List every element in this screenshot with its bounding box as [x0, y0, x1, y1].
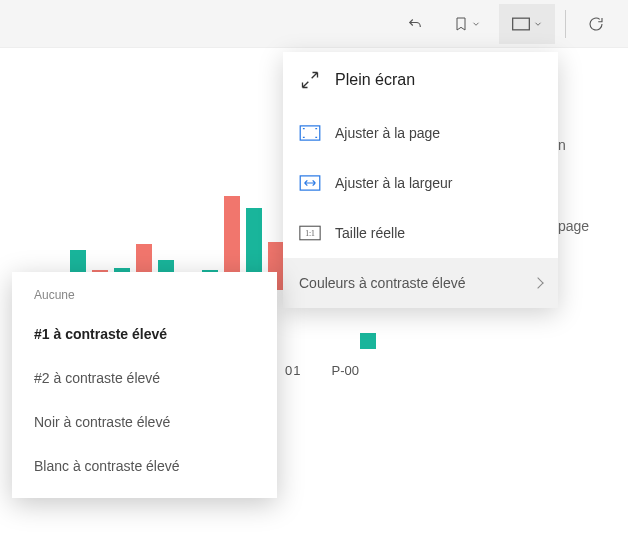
menu-item-fullscreen[interactable]: Plein écran — [283, 52, 558, 108]
right-sidebar-fragment: n page — [558, 130, 628, 242]
contrast-option-2[interactable]: #2 à contraste élevé — [12, 356, 277, 400]
svg-text:1:1: 1:1 — [305, 229, 315, 238]
chevron-right-icon — [532, 277, 543, 288]
back-button[interactable] — [395, 4, 435, 44]
fit-width-icon — [299, 172, 321, 194]
contrast-option-label: #2 à contraste élevé — [34, 370, 160, 386]
toolbar-divider — [565, 10, 566, 38]
contrast-option-white[interactable]: Blanc à contraste élevé — [12, 444, 277, 488]
view-mode-menu: Plein écran Ajuster à la page Ajuster à … — [283, 52, 558, 308]
fullscreen-icon — [299, 69, 321, 91]
legend-swatch — [360, 333, 376, 349]
menu-item-fit-width[interactable]: Ajuster à la largeur — [283, 158, 558, 208]
refresh-icon — [587, 15, 605, 33]
contrast-option-label: Noir à contraste élevé — [34, 414, 170, 430]
menu-item-label: Plein écran — [335, 71, 415, 89]
view-mode-button[interactable] — [499, 4, 555, 44]
chevron-down-icon — [471, 19, 481, 29]
contrast-option-1[interactable]: #1 à contraste élevé — [12, 312, 277, 356]
chart-x-label: 01 — [285, 363, 301, 378]
menu-item-label: Ajuster à la page — [335, 125, 440, 141]
view-mode-icon — [511, 16, 531, 32]
contrast-option-label: #1 à contraste élevé — [34, 326, 167, 342]
fit-page-icon — [299, 122, 321, 144]
chevron-down-icon — [533, 19, 543, 29]
menu-item-fit-page[interactable]: Ajuster à la page — [283, 108, 558, 158]
menu-item-actual-size[interactable]: 1:1 Taille réelle — [283, 208, 558, 258]
menu-item-label: Taille réelle — [335, 225, 405, 241]
contrast-option-black[interactable]: Noir à contraste élevé — [12, 400, 277, 444]
bookmark-button[interactable] — [439, 4, 495, 44]
chart-x-labels: 01 P-00 — [285, 363, 359, 378]
chart-x-label: P-00 — [331, 363, 358, 378]
high-contrast-submenu: Aucune #1 à contraste élevé #2 à contras… — [12, 272, 277, 498]
refresh-button[interactable] — [576, 4, 616, 44]
actual-size-icon: 1:1 — [299, 222, 321, 244]
menu-item-label: Couleurs à contraste élevé — [299, 275, 466, 291]
toolbar — [0, 0, 628, 48]
bookmark-icon — [453, 15, 469, 33]
menu-item-label: Ajuster à la largeur — [335, 175, 453, 191]
menu-item-high-contrast[interactable]: Couleurs à contraste élevé — [283, 258, 558, 308]
svg-rect-0 — [513, 18, 530, 30]
contrast-option-label: Blanc à contraste élevé — [34, 458, 180, 474]
undo-icon — [406, 15, 424, 33]
sidebar-text-1: n — [558, 130, 628, 161]
sidebar-text-2: page — [558, 211, 628, 242]
contrast-menu-header: Aucune — [12, 278, 277, 312]
